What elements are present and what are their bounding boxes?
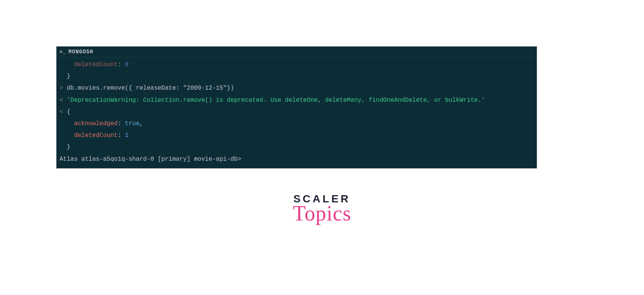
- output-line-close-brace: }: [56, 71, 537, 82]
- mongosh-terminal[interactable]: >_ MONGOSH deletedCount: 0 } > db.movies…: [56, 46, 537, 169]
- output-line-open-brace: < {: [56, 106, 537, 118]
- terminal-header: >_ MONGOSH: [56, 47, 537, 57]
- terminal-prompt-icon: >_: [59, 49, 66, 55]
- output-line-acknowledged: acknowledged: true,: [56, 118, 537, 130]
- terminal-title: MONGOSH: [69, 49, 94, 55]
- output-line-deprecation-warning: < 'DeprecationWarning: Collection.remove…: [56, 95, 537, 106]
- atlas-prompt-line[interactable]: Atlas atlas-a5qo1q-shard-0 [primary] mov…: [56, 154, 537, 165]
- output-line-deleted-count: deletedCount: 1: [56, 130, 537, 141]
- logo-text-topics: Topics: [293, 201, 352, 225]
- terminal-body[interactable]: deletedCount: 0 } > db.movies.remove({ r…: [56, 57, 537, 168]
- command-line: > db.movies.remove({ releaseDate: "2009-…: [56, 82, 537, 94]
- output-line-prev-result: deletedCount: 0: [56, 59, 537, 71]
- scaler-topics-logo: SCALER Topics: [293, 193, 352, 225]
- output-line-close-brace-2: }: [56, 141, 537, 153]
